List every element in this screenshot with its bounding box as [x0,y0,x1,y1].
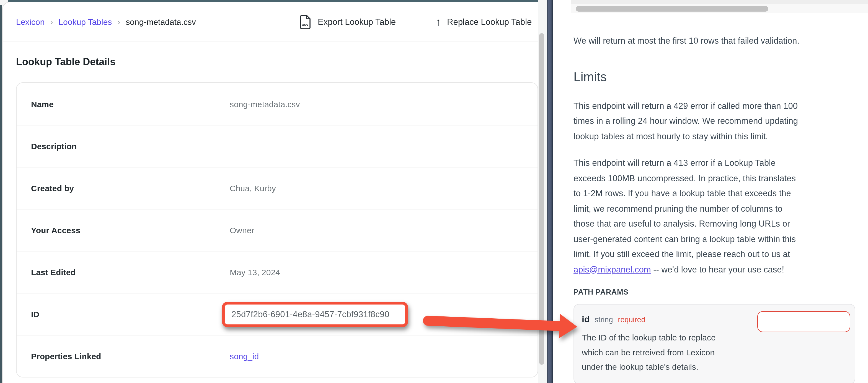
lookup-table-details-window: Lexicon › Lookup Tables › song-metadata.… [2,2,538,383]
row-label: Name [17,99,230,109]
breadcrumb-lexicon[interactable]: Lexicon [16,17,44,27]
left-panel-vertical-scrollbar[interactable] [539,33,544,365]
screenshot-stage: Lexicon › Lookup Tables › song-metadata.… [0,0,868,383]
parameter-description: The ID of the lookup table to replace wh… [582,330,753,375]
docs-scroll-gutter [571,0,868,4]
row-value: song-metadata.csv [230,99,300,109]
row-label: Your Access [17,225,230,235]
row-label: Properties Linked [17,351,230,361]
breadcrumb-lookup-tables[interactable]: Lookup Tables [58,17,112,27]
row-value: 25d7f2b6-6901-4e8a-9457-7cbf931f8c90 [230,302,408,327]
desktop-edge-left [0,5,2,383]
limits-paragraph-429: This endpoint will return a 429 error if… [574,98,855,144]
table-row-properties-linked: Properties Linked song_id [17,335,537,377]
docs-content: We will return at most the first 10 rows… [574,13,855,383]
page-title: Lookup Table Details [16,56,538,68]
apis-mixpanel-email-link[interactable]: apis@mixpanel.com [574,265,651,274]
limits-heading: Limits [574,67,855,86]
row-value: Chua, Kurby [230,183,276,193]
limits-paragraph-413-last-line: apis@mixpanel.com -- we'd love to hear y… [574,262,855,277]
svg-text:csv: csv [302,22,309,27]
row-label: Created by [17,183,230,193]
csv-file-icon: csv [300,15,312,29]
table-row-last-edited: Last Edited May 13, 2024 [17,251,537,293]
row-value: May 13, 2024 [230,268,280,277]
song-id-property-link[interactable]: song_id [230,351,259,361]
row-label: ID [17,310,230,319]
lookup-table-details-card: Name song-metadata.csv Description Creat… [16,82,538,378]
use-case-text: -- we'd love to hear your use case! [651,265,784,274]
page-header: Lexicon › Lookup Tables › song-metadata.… [3,2,538,41]
breadcrumb-separator-icon: › [50,17,53,27]
breadcrumb-current-file: song-metadata.csv [126,17,196,27]
export-lookup-table-button[interactable]: csv Export Lookup Table [300,2,396,41]
row-value: Owner [230,225,254,235]
row-label: Last Edited [17,268,230,277]
limits-paragraph-413: This endpoint will return a 413 error if… [574,155,855,262]
parameter-required-badge: required [618,316,645,324]
window-divider-bar [547,0,553,383]
parameter-name: id [582,314,590,324]
lookup-table-id-value: 25d7f2b6-6901-4e8a-9457-7cbf931f8c90 [231,309,390,319]
path-params-label: PATH PARAMS [574,288,855,296]
validation-note-text: We will return at most the first 10 rows… [574,33,855,48]
api-docs-window: We will return at most the first 10 rows… [553,0,868,383]
table-row-id: ID 25d7f2b6-6901-4e8a-9457-7cbf931f8c90 [17,293,537,335]
id-parameter-card: id string required The ID of the lookup … [574,304,855,383]
export-button-label: Export Lookup Table [318,17,396,27]
table-row-created-by: Created by Chua, Kurby [17,167,537,209]
id-annotation-highlight-box: 25d7f2b6-6901-4e8a-9457-7cbf931f8c90 [222,302,408,327]
row-label: Description [17,141,230,151]
table-row-description: Description [17,125,537,167]
table-row-your-access: Your Access Owner [17,209,537,251]
replace-lookup-table-button[interactable]: ↑ Replace Lookup Table [436,2,532,41]
upload-arrow-icon: ↑ [436,16,441,27]
replace-button-label: Replace Lookup Table [447,17,532,27]
id-param-input[interactable] [757,311,850,332]
parameter-type: string [594,316,613,324]
table-row-name: Name song-metadata.csv [17,83,537,125]
breadcrumb: Lexicon › Lookup Tables › song-metadata.… [16,2,196,41]
breadcrumb-separator-icon: › [117,17,120,27]
docs-horizontal-scrollbar[interactable] [576,6,768,11]
